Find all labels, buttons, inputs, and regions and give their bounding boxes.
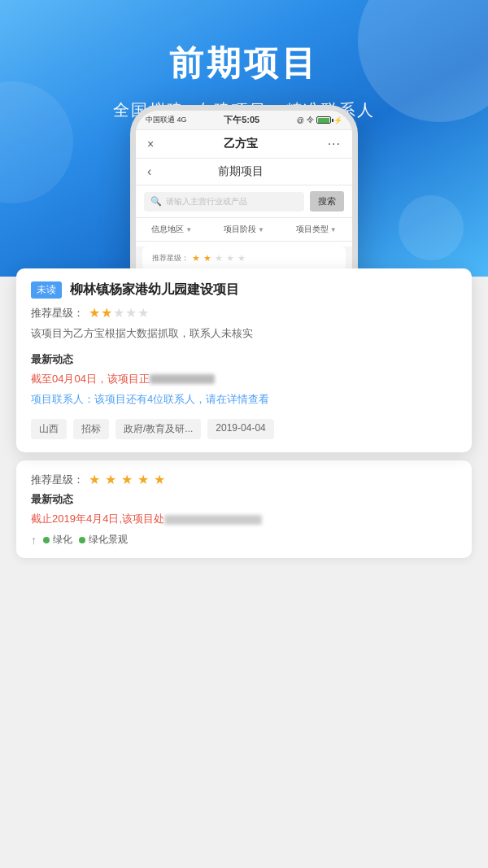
contact-info[interactable]: 项目联系人：该项目还有4位联系人，请在详情查看 [31,391,457,408]
charge-icon: ⚡ [333,116,342,124]
project-description: 该项目为乙方宝根据大数据抓取，联系人未核实 [31,325,457,342]
project-title: 柳林镇杨家港幼儿园建设项目 [70,281,239,299]
decorative-circle-2 [399,195,464,260]
decorative-circle-1 [358,0,488,122]
second-tag-2: 绿化景观 [79,533,128,547]
app-navbar: × 乙方宝 ··· [136,130,352,159]
star-5: ★ [137,305,149,321]
second-rating-row: 推荐星级： ★ ★ ★ ★ ★ [31,472,457,487]
search-icon: 🔍 [150,196,162,207]
second-bottom-row: ↑ 绿化 绿化景观 [31,533,457,547]
filter-stage[interactable]: 项目阶段 ▼ [224,224,264,235]
second-project-card[interactable]: 推荐星级： ★ ★ ★ ★ ★ 最新动态 截止2019年4月4日,该项目处 ↑ … [16,460,472,558]
second-label-1: 绿化 [53,533,72,547]
dynamic-text: 截至04月04日，该项目正 [31,371,457,388]
tag-date: 2019-04-04 [207,419,273,439]
phone-partial-card: 推荐星级： ★ ★ ★ ★ ★ [142,246,346,270]
decorative-circle-3 [0,81,73,203]
star-1: ★ [89,305,100,321]
second-star-1: ★ [89,472,100,487]
latest-section-title: 最新动态 [31,352,457,367]
phone-stars-label: 推荐星级： [152,253,189,264]
tags-row: 山西 招标 政府/教育及研... 2019-04-04 [31,419,457,439]
hero-section: 前期项目 全国拟建+在建项目，精准联系人 中国联通 4G 下午5:05 @ 令 [0,0,488,277]
filter-stage-label: 项目阶段 [224,224,256,235]
second-star-4: ★ [137,472,149,487]
phone-mockup-container: 中国联通 4G 下午5:05 @ 令 ⚡ [130,105,358,277]
phone-star-2: ★ [203,253,211,264]
rating-row: 推荐星级： ★ ★ ★ ★ ★ [31,305,457,321]
page-title: 前期项目 [156,164,341,179]
tag-stage: 招标 [73,419,109,439]
green-dot-icon [43,537,50,543]
location-icon: @ [297,116,304,124]
carrier-text: 中国联通 4G [146,115,187,125]
main-content-area: 未读 柳林镇杨家港幼儿园建设项目 推荐星级： ★ ★ ★ ★ ★ 该项目为乙方宝… [0,277,488,868]
star-3: ★ [113,305,124,321]
filter-row: 信息地区 ▼ 项目阶段 ▼ 项目类型 ▼ [136,218,352,242]
page-nav-bar: ‹ 前期项目 [136,159,352,185]
up-arrow-icon: ↑ [31,534,37,547]
search-placeholder: 请输入主营行业或产品 [166,196,247,207]
chevron-down-icon: ▼ [258,226,264,233]
search-input-box[interactable]: 🔍 请输入主营行业或产品 [144,192,304,212]
status-bar: 中国联通 4G 下午5:05 @ 令 ⚡ [136,111,352,130]
rating-label: 推荐星级： [31,306,84,321]
phone-card-row: 推荐星级： ★ ★ ★ ★ ★ [152,253,336,264]
phone-star-1: ★ [192,253,200,264]
filter-region-label: 信息地区 [151,224,184,235]
more-button[interactable]: ··· [328,137,341,151]
second-blurred-content [164,515,262,525]
second-star-5: ★ [154,472,165,487]
second-dynamic-text: 截止2019年4月4日,该项目处 [31,511,457,528]
blurred-content [150,374,215,384]
back-button[interactable]: ‹ [147,164,151,179]
wifi-icon: 令 [307,115,314,125]
filter-type-label: 项目类型 [296,224,329,235]
filter-type[interactable]: 项目类型 ▼ [296,224,337,235]
second-rating-label: 推荐星级： [31,473,84,487]
hero-title: 前期项目 [169,41,319,86]
second-star-2: ★ [105,472,116,487]
close-button[interactable]: × [147,137,154,150]
status-icons: @ 令 ⚡ [297,115,342,125]
chevron-down-icon: ▼ [185,226,192,233]
phone-star-5: ★ [237,253,246,264]
star-2: ★ [101,305,112,321]
battery-fill [318,118,329,123]
second-label-2: 绿化景观 [89,533,128,547]
card-header: 未读 柳林镇杨家港幼儿园建设项目 [31,281,457,299]
time-text: 下午5:05 [224,114,259,126]
second-tag-1: 绿化 [43,533,72,547]
phone-frame: 中国联通 4G 下午5:05 @ 令 ⚡ [130,105,358,277]
second-latest-title: 最新动态 [31,492,457,507]
main-project-card[interactable]: 未读 柳林镇杨家港幼儿园建设项目 推荐星级： ★ ★ ★ ★ ★ 该项目为乙方宝… [16,268,472,452]
battery-icon [316,116,331,124]
star-rating: ★ ★ ★ ★ ★ [89,305,149,321]
search-button[interactable]: 搜索 [310,191,344,212]
battery-container [316,116,331,124]
phone-star-4: ★ [226,253,234,264]
star-4: ★ [125,305,137,321]
app-title: 乙方宝 [224,137,258,151]
search-bar: 🔍 请输入主营行业或产品 搜索 [136,185,352,218]
tag-region: 山西 [31,419,67,439]
main-container: 前期项目 全国拟建+在建项目，精准联系人 中国联通 4G 下午5:05 @ 令 [0,0,488,868]
phone-star-3: ★ [215,253,223,264]
second-star-3: ★ [121,472,133,487]
tag-type: 政府/教育及研... [115,419,201,439]
filter-region[interactable]: 信息地区 ▼ [151,224,192,235]
second-dynamic-prefix: 截止2019年4月4日,该项目处 [31,513,164,525]
unread-badge: 未读 [31,281,62,299]
green-dot-icon-2 [79,537,85,543]
dynamic-prefix: 截至04月04日，该项目正 [31,373,150,385]
chevron-down-icon: ▼ [330,226,337,233]
